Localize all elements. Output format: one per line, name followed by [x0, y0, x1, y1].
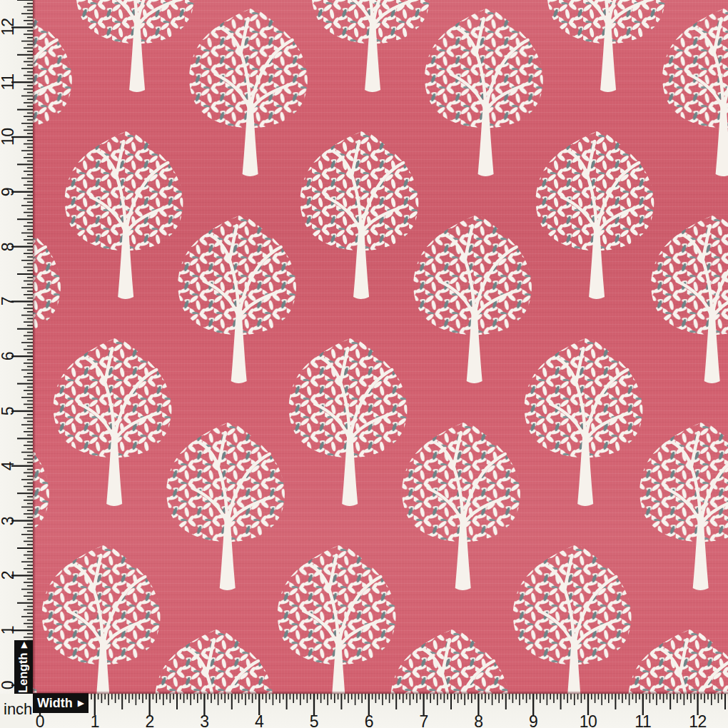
- right-arrow-icon: ▶: [78, 699, 84, 707]
- tree: [33, 628, 38, 694]
- horizontal-ruler: 0123456789101112 Width ▶: [33, 694, 728, 728]
- left-ruler-number-7: 7: [0, 293, 16, 310]
- tree: [300, 130, 419, 299]
- tree-pattern-graphic: [33, 0, 728, 694]
- tree: [76, 0, 195, 92]
- tree: [166, 421, 285, 590]
- bottom-ruler-number-6: 6: [355, 712, 383, 728]
- tree: [402, 421, 520, 590]
- left-ruler-number-12: 12: [0, 19, 16, 36]
- bottom-ruler-number-1: 1: [81, 712, 109, 728]
- left-ruler-number-2: 2: [0, 567, 16, 584]
- tree: [628, 628, 728, 694]
- bottom-ruler-number-7: 7: [410, 712, 438, 728]
- left-ruler-number-10: 10: [0, 128, 16, 146]
- tree: [547, 0, 666, 92]
- bottom-ruler-number-12: 12: [684, 712, 712, 728]
- bottom-ruler-number-5: 5: [300, 712, 328, 728]
- length-ruler-label: Length ▶: [14, 640, 33, 694]
- tree: [425, 7, 543, 176]
- left-ruler-number-4: 4: [0, 457, 16, 475]
- bottom-ruler-number-4: 4: [245, 712, 273, 728]
- tree: [33, 214, 61, 383]
- tree: [413, 214, 532, 383]
- tree: [155, 628, 273, 694]
- bottom-ruler-number-3: 3: [190, 712, 218, 728]
- vertical-ruler: 0123456789101112 Length ▶: [0, 0, 33, 694]
- tree: [662, 7, 728, 176]
- tree: [33, 7, 72, 176]
- vertical-ruler-ticks: [0, 0, 33, 694]
- left-ruler-number-3: 3: [0, 512, 16, 530]
- tree: [513, 544, 632, 694]
- left-ruler-number-9: 9: [0, 183, 16, 201]
- tree: [525, 337, 643, 506]
- tree: [178, 214, 296, 383]
- tree: [278, 544, 396, 694]
- bottom-ruler-number-2: 2: [136, 712, 164, 728]
- bottom-ruler-number-11: 11: [629, 712, 657, 728]
- tree: [289, 337, 408, 506]
- tree: [42, 544, 161, 694]
- fabric-swatch: [33, 0, 728, 694]
- left-ruler-number-1: 1: [0, 622, 16, 639]
- width-label-text: Width: [37, 696, 73, 711]
- bottom-ruler-number-0: 0: [26, 712, 54, 728]
- tree: [65, 130, 183, 299]
- tree-pattern-layer: [33, 0, 728, 694]
- tree: [189, 7, 308, 176]
- bottom-ruler-number-9: 9: [519, 712, 547, 728]
- bottom-ruler-number-10: 10: [574, 712, 602, 728]
- left-ruler-number-6: 6: [0, 348, 16, 365]
- left-ruler-number-11: 11: [0, 74, 16, 91]
- tree: [536, 130, 654, 299]
- tree: [639, 421, 728, 590]
- width-ruler-label: Width ▶: [33, 693, 89, 713]
- left-ruler-number-5: 5: [0, 403, 16, 420]
- tree: [312, 0, 430, 92]
- tree: [54, 337, 172, 506]
- tree: [33, 421, 49, 590]
- bottom-ruler-number-8: 8: [464, 712, 492, 728]
- tree: [651, 214, 728, 383]
- fabric-product-photo: 0123456789101112 Length ▶ inch 012345678…: [0, 0, 728, 728]
- left-ruler-number-8: 8: [0, 238, 16, 256]
- tree: [390, 628, 509, 694]
- length-label-text: Length: [16, 652, 31, 693]
- up-arrow-icon: ▶: [19, 642, 28, 648]
